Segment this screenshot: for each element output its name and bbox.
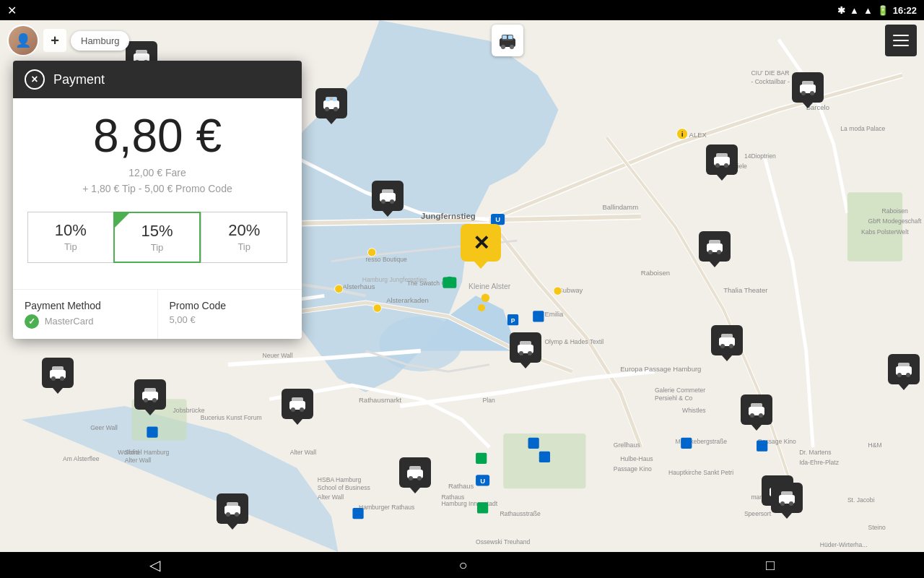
svg-text:Steino: Steino	[868, 524, 886, 531]
svg-point-75	[367, 249, 375, 256]
menu-line-3	[893, 45, 909, 46]
svg-text:Rathausstraße: Rathausstraße	[500, 510, 540, 517]
svg-point-101	[334, 107, 338, 111]
promo-code-section[interactable]: Promo Code 5,00 €	[158, 290, 302, 339]
taxi-marker	[42, 358, 74, 394]
promo-code-label: Promo Code	[170, 300, 291, 311]
close-button[interactable]: ×	[25, 69, 45, 90]
time-display: 16:22	[893, 5, 917, 16]
svg-point-76	[335, 285, 343, 293]
svg-point-135	[906, 373, 910, 377]
taxi-marker	[771, 483, 803, 519]
svg-rect-86	[757, 441, 767, 452]
home-button[interactable]: ○	[458, 557, 467, 574]
taxi-marker	[510, 332, 541, 368]
svg-rect-113	[802, 81, 814, 86]
signal-icon: ▲	[850, 5, 859, 16]
recent-button[interactable]: □	[766, 557, 775, 574]
payment-method-section[interactable]: Payment Method ✓ MasterCard	[13, 290, 158, 339]
tip-20-button[interactable]: 20% Tip	[201, 212, 287, 263]
svg-text:Ossewski Treuhand: Ossewski Treuhand	[476, 538, 531, 545]
taxi-icon-box	[282, 389, 313, 419]
svg-text:P: P	[511, 317, 515, 324]
back-button[interactable]: ◁	[149, 556, 160, 574]
taxi-icon-box	[315, 88, 347, 118]
svg-rect-90	[352, 508, 363, 519]
location-chip[interactable]: Hamburg	[71, 31, 129, 51]
tip-15-button[interactable]: 15% Tip	[113, 212, 201, 263]
svg-rect-96	[502, 35, 507, 39]
taxi-icon-box	[217, 493, 248, 524]
svg-point-138	[144, 398, 148, 402]
logo-pin	[474, 262, 487, 269]
taxi-icon-box	[399, 457, 431, 488]
svg-text:U: U	[495, 215, 500, 223]
taxi-marker	[134, 379, 166, 415]
taxi-marker	[741, 394, 772, 431]
logo-box: ✕	[461, 224, 501, 262]
svg-point-130	[720, 344, 725, 348]
add-button[interactable]: +	[43, 29, 66, 52]
svg-text:Sofitel Hamburg: Sofitel Hamburg	[125, 449, 170, 456]
taxi-pin	[145, 410, 155, 415]
svg-text:HSBA Hamburg: HSBA Hamburg	[318, 476, 362, 483]
svg-point-142	[51, 376, 56, 381]
tip-15-label: Tip	[121, 242, 194, 253]
taxi-marker	[699, 231, 731, 267]
taxi-pin	[520, 363, 531, 368]
svg-text:Plan: Plan	[483, 397, 495, 404]
bluetooth-icon: ✱	[837, 5, 845, 16]
app-logo-marker: ✕	[461, 224, 501, 269]
taxi-icon-box	[699, 231, 731, 262]
svg-text:Am Alsterflee: Am Alsterflee	[63, 455, 100, 462]
payment-footer: Payment Method ✓ MasterCard Promo Code 5…	[13, 289, 302, 339]
location-dot	[478, 304, 485, 311]
svg-text:Ida-Ehre-Platz: Ida-Ehre-Platz	[799, 459, 839, 466]
svg-rect-165	[781, 491, 793, 496]
taxi-pin	[383, 211, 393, 217]
payment-body: 8,80 € 12,00 € Fare + 1,80 € Tip - 5,00 …	[13, 98, 302, 289]
svg-text:ALEX: ALEX	[689, 131, 707, 139]
main-price: 8,80 €	[27, 113, 287, 159]
taxi-pin	[717, 175, 727, 181]
taxi-icon-box	[372, 181, 404, 211]
payment-method-label: Payment Method	[25, 300, 146, 311]
menu-button[interactable]	[885, 25, 917, 56]
taxi-pin	[751, 425, 762, 431]
taxi-pin	[410, 488, 420, 493]
menu-line-1	[893, 35, 909, 36]
svg-text:Persiehl & Co: Persiehl & Co	[655, 394, 693, 402]
svg-rect-141	[52, 366, 64, 371]
mastercard-label: MasterCard	[45, 316, 94, 327]
taxi-marker	[888, 354, 920, 390]
svg-point-78	[554, 287, 562, 295]
tip-20-label: Tip	[207, 241, 281, 252]
taxi-car-icon	[497, 30, 518, 51]
taxi-pin	[292, 419, 302, 425]
svg-text:Hamburg Innenstadt: Hamburg Innenstadt	[441, 500, 497, 507]
svg-point-162	[226, 512, 230, 517]
tip-10-percent: 10%	[34, 221, 108, 240]
svg-text:✕: ✕	[473, 232, 489, 254]
svg-point-95	[510, 45, 514, 49]
svg-rect-145	[292, 397, 303, 402]
svg-text:Raboisen: Raboisen	[641, 269, 670, 277]
profile-area: 👤 + Hamburg	[7, 25, 129, 56]
menu-line-2	[893, 40, 909, 41]
taxi-icon-box	[510, 332, 541, 363]
svg-point-150	[750, 413, 754, 418]
svg-text:Subway: Subway	[558, 286, 583, 294]
tip-20-percent: 20%	[207, 221, 281, 240]
tip-15-checkmark	[114, 212, 130, 228]
svg-point-111	[724, 163, 728, 168]
avatar[interactable]: 👤	[7, 25, 39, 56]
svg-text:Europa Passage Hamburg: Europa Passage Hamburg	[620, 365, 701, 373]
svg-rect-88	[147, 426, 157, 437]
svg-point-143	[60, 376, 64, 381]
tip-10-button[interactable]: 10% Tip	[27, 212, 113, 263]
payment-method-value: ✓ MasterCard	[25, 314, 146, 329]
svg-text:Hüder-Wirterha...: Hüder-Wirterha...	[820, 541, 868, 548]
svg-rect-125	[520, 341, 531, 346]
svg-text:Passage Kino: Passage Kino	[614, 465, 652, 473]
taxi-marker	[711, 325, 743, 361]
